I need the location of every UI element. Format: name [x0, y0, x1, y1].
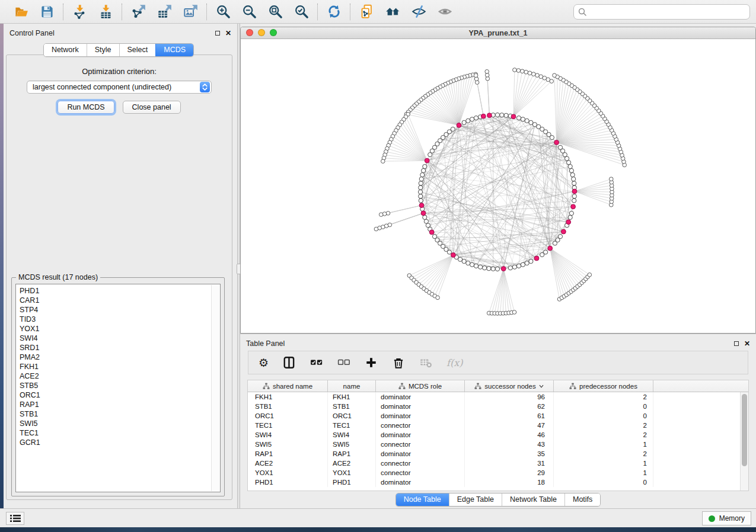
export-table-button[interactable]: [156, 4, 173, 20]
table-scrollbar[interactable]: [740, 392, 748, 491]
table-row[interactable]: SWI4SWI4dominator462: [248, 430, 740, 440]
run-mcds-button[interactable]: Run MCDS: [58, 101, 114, 114]
tab-select[interactable]: Select: [119, 44, 156, 56]
mcds-result-item[interactable]: ORC1: [20, 390, 220, 400]
table-cell: YOX1: [248, 468, 328, 477]
network-window-titlebar: YPA_prune.txt_1: [241, 27, 755, 39]
mcds-result-item[interactable]: PHD1: [20, 286, 220, 296]
open-folder-button[interactable]: [12, 4, 29, 20]
import-table-button[interactable]: [97, 4, 114, 20]
table-row[interactable]: SWI5SWI5connector431: [248, 440, 740, 449]
column-header-name[interactable]: name: [328, 380, 376, 392]
delete-table-button[interactable]: [419, 355, 432, 370]
table-cell: PHD1: [328, 477, 376, 487]
table-row[interactable]: TEC1TEC1connector472: [248, 421, 740, 430]
table-panel-close-button[interactable]: ✕: [744, 340, 750, 347]
column-label: successor nodes: [484, 383, 535, 390]
tab-node-table[interactable]: Node Table: [396, 493, 449, 506]
control-panel-float-button[interactable]: [215, 31, 220, 36]
mcds-result-item[interactable]: ACE2: [20, 371, 220, 381]
network-graph[interactable]: [241, 39, 755, 333]
table-cell: ORC1: [248, 411, 328, 421]
mcds-result-item[interactable]: TEC1: [20, 428, 220, 438]
add-entry-button[interactable]: [365, 355, 378, 370]
zoom-fit-button[interactable]: [267, 4, 283, 20]
hide-graphics-button[interactable]: [410, 4, 427, 20]
function-builder-button[interactable]: f(x): [446, 355, 462, 370]
column-label: name: [343, 383, 361, 390]
show-graphics-button[interactable]: [436, 4, 453, 20]
select-all-button[interactable]: [310, 355, 323, 370]
table-cell: 61: [465, 411, 554, 421]
mcds-result-item[interactable]: CAR1: [20, 296, 220, 305]
zoom-fit-icon: [268, 4, 283, 19]
table-row[interactable]: RAP1RAP1dominator352: [248, 449, 740, 459]
show-panels-menu-button[interactable]: [6, 512, 24, 525]
window-zoom-button[interactable]: [270, 29, 277, 36]
zoom-out-button[interactable]: [241, 4, 257, 20]
table-cell: STB1: [328, 402, 376, 411]
tab-mcds[interactable]: MCDS: [155, 44, 193, 56]
tab-network[interactable]: Network: [44, 44, 87, 56]
table-row[interactable]: ACE2ACE2connector311: [248, 459, 740, 468]
column-header-predecessor-nodes[interactable]: predecessor nodes: [554, 380, 653, 392]
table-cell: 1: [554, 468, 653, 477]
mcds-result-item[interactable]: TID3: [20, 315, 220, 324]
select-stepper-icon: [200, 82, 210, 92]
mcds-result-item[interactable]: SWI5: [20, 419, 220, 428]
window-close-button[interactable]: [246, 29, 253, 36]
window-minimize-button[interactable]: [258, 29, 265, 36]
tab-motifs[interactable]: Motifs: [564, 493, 600, 506]
node-table: shared namenameMCDS rolesuccessor nodesp…: [247, 380, 749, 491]
export-image-icon: [183, 4, 198, 19]
mcds-result-item[interactable]: STB1: [20, 409, 220, 419]
memory-button[interactable]: Memory: [702, 511, 751, 525]
refresh-button[interactable]: [326, 4, 342, 20]
table-row[interactable]: STB1STB1dominator620: [248, 402, 740, 411]
table-row[interactable]: YOX1YOX1connector291: [248, 468, 740, 477]
zoom-in-button[interactable]: [215, 4, 231, 20]
mcds-result-item[interactable]: RAP1: [20, 400, 220, 409]
show-columns-button[interactable]: [283, 355, 296, 370]
toolbar-group: [122, 4, 206, 20]
search-box[interactable]: [573, 4, 750, 20]
close-panel-button[interactable]: Close panel: [123, 101, 181, 114]
mcds-result-item[interactable]: STP4: [20, 305, 220, 315]
table-scrollbar-thumb[interactable]: [742, 394, 747, 466]
network-canvas[interactable]: [241, 39, 755, 333]
export-image-button[interactable]: [182, 4, 199, 20]
table-row[interactable]: PHD1PHD1dominator180: [248, 477, 740, 487]
export-network-button[interactable]: [130, 4, 146, 20]
table-panel-float-button[interactable]: [734, 341, 739, 346]
table-row[interactable]: FKH1FKH1dominator962: [248, 392, 740, 402]
mcds-result-item[interactable]: SRD1: [20, 343, 220, 352]
tab-edge-table[interactable]: Edge Table: [449, 493, 502, 506]
delete-entry-button[interactable]: [392, 355, 405, 370]
deselect-all-button[interactable]: [337, 355, 350, 370]
save-button[interactable]: [39, 4, 55, 20]
network-analyzer-button[interactable]: [384, 4, 401, 20]
mcds-result-item[interactable]: YOX1: [20, 324, 220, 334]
mcds-result-item[interactable]: PMA2: [20, 352, 220, 362]
mcds-result-item[interactable]: SWI4: [20, 334, 220, 343]
table-cell: dominator: [376, 477, 465, 487]
tab-style[interactable]: Style: [87, 44, 119, 56]
column-header-successor-nodes[interactable]: successor nodes: [465, 380, 554, 392]
column-header-shared-name[interactable]: shared name: [248, 380, 328, 392]
table-row[interactable]: ORC1ORC1dominator610: [248, 411, 740, 421]
import-network-button[interactable]: [71, 4, 88, 20]
mcds-result-item[interactable]: GCR1: [20, 438, 220, 447]
tab-network-table[interactable]: Network Table: [502, 493, 564, 506]
optimization-criterion-select[interactable]: largest connected component (undirected): [27, 81, 212, 94]
zoom-selected-button[interactable]: [293, 4, 310, 20]
mcds-list-scrollbar[interactable]: [211, 285, 219, 491]
mcds-result-item[interactable]: STB5: [20, 381, 220, 390]
search-input[interactable]: [589, 7, 745, 17]
clone-network-button[interactable]: [358, 4, 375, 20]
control-panel-close-button[interactable]: ✕: [225, 30, 231, 37]
table-panel-titlebar: Table Panel ✕: [240, 334, 756, 351]
mcds-result-item[interactable]: FKH1: [20, 362, 220, 371]
mcds-result-list[interactable]: PHD1CAR1STP4TID3YOX1SWI4SRD1PMA2FKH1ACE2…: [15, 284, 221, 492]
column-header-mcds-role[interactable]: MCDS role: [376, 380, 465, 392]
settings-gear-button[interactable]: ⚙: [259, 355, 269, 370]
